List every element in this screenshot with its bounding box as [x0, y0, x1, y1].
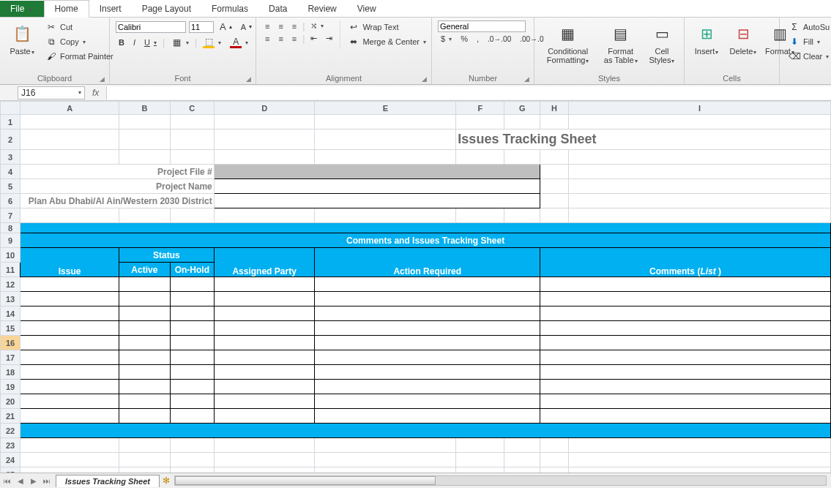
percent-button[interactable]: %: [458, 34, 471, 44]
cell[interactable]: [540, 453, 569, 467]
tab-review[interactable]: Review: [297, 1, 346, 17]
column-header[interactable]: D: [214, 102, 315, 115]
cell[interactable]: Comments (List ): [540, 248, 831, 277]
cell[interactable]: Project Name: [21, 179, 215, 194]
row-header[interactable]: 13: [1, 292, 21, 306]
column-header[interactable]: H: [540, 102, 569, 115]
row-header[interactable]: 5: [1, 179, 21, 194]
cell[interactable]: [214, 179, 540, 194]
cell[interactable]: [569, 179, 831, 194]
copy-button[interactable]: ⧉Copy▾: [42, 35, 116, 48]
align-top-button[interactable]: ≡: [262, 21, 272, 31]
cell[interactable]: [214, 394, 315, 409]
tab-nav-next[interactable]: ▶: [28, 475, 40, 486]
cell[interactable]: [214, 321, 315, 336]
cell[interactable]: [170, 409, 214, 424]
cell[interactable]: [21, 409, 119, 424]
cell[interactable]: [214, 165, 540, 179]
cell[interactable]: [170, 306, 214, 321]
cell[interactable]: [569, 115, 831, 129]
cell[interactable]: [456, 453, 504, 467]
cell[interactable]: [119, 394, 170, 409]
row-header[interactable]: 10: [1, 248, 21, 263]
align-right-button[interactable]: ≡: [289, 34, 299, 44]
cell[interactable]: [21, 394, 119, 409]
cell[interactable]: [119, 380, 170, 394]
tab-nav-prev[interactable]: ◀: [15, 475, 26, 486]
row-header[interactable]: 6: [1, 194, 21, 208]
cell[interactable]: [21, 438, 119, 453]
cell[interactable]: [456, 115, 504, 129]
cell[interactable]: [214, 115, 315, 129]
cell[interactable]: [315, 115, 456, 129]
cell[interactable]: [540, 277, 831, 292]
cell[interactable]: [119, 277, 170, 292]
cell[interactable]: [21, 129, 119, 150]
cell[interactable]: [315, 292, 540, 306]
tab-nav-first[interactable]: ⏮: [1, 475, 13, 486]
cell[interactable]: [569, 165, 831, 179]
cell[interactable]: [214, 150, 315, 165]
row-header[interactable]: 11: [1, 263, 21, 277]
row-header[interactable]: 3: [1, 150, 21, 165]
cell[interactable]: [315, 365, 540, 380]
cell[interactable]: [170, 321, 214, 336]
fill-color-button[interactable]: ⬚▾: [200, 36, 224, 49]
cell[interactable]: [540, 350, 831, 365]
cell[interactable]: [21, 292, 119, 306]
cell[interactable]: [21, 336, 119, 350]
cell[interactable]: Issue: [21, 248, 119, 277]
cell[interactable]: [540, 179, 569, 194]
row-header[interactable]: 2: [1, 129, 21, 150]
cell[interactable]: [315, 438, 456, 453]
horizontal-scrollbar[interactable]: [174, 475, 827, 486]
row-header[interactable]: 24: [1, 453, 21, 467]
cell[interactable]: [119, 365, 170, 380]
borders-button[interactable]: ▦▾: [168, 36, 192, 49]
cell[interactable]: [21, 208, 119, 223]
row-header[interactable]: 8: [1, 223, 21, 233]
cell[interactable]: [21, 380, 119, 394]
cell[interactable]: [504, 208, 540, 223]
cell[interactable]: [504, 150, 540, 165]
cell[interactable]: [456, 150, 504, 165]
orientation-button[interactable]: ⤭▾: [308, 20, 327, 31]
cell[interactable]: [214, 292, 315, 306]
align-center-button[interactable]: ≡: [275, 34, 286, 44]
tab-view[interactable]: View: [347, 1, 387, 17]
row-header[interactable]: 14: [1, 306, 21, 321]
sheet-tab-active[interactable]: Issues Tracking Sheet: [56, 475, 160, 487]
delete-cells-button[interactable]: ⊟Delete▾: [727, 20, 759, 58]
dialog-launcher-icon[interactable]: ◢: [524, 75, 529, 83]
cell[interactable]: Project File #: [21, 165, 215, 179]
row-header[interactable]: 21: [1, 409, 21, 424]
increase-indent-button[interactable]: ⇥: [323, 33, 335, 44]
cell[interactable]: Issues Tracking Sheet: [456, 129, 831, 150]
cell[interactable]: [315, 277, 540, 292]
cell[interactable]: [119, 321, 170, 336]
cell[interactable]: [170, 350, 214, 365]
align-middle-button[interactable]: ≡: [275, 21, 286, 31]
cell[interactable]: [119, 150, 170, 165]
cell[interactable]: [170, 208, 214, 223]
cell[interactable]: [119, 306, 170, 321]
cell[interactable]: [540, 336, 831, 350]
cell[interactable]: [119, 292, 170, 306]
cell[interactable]: [456, 438, 504, 453]
cell[interactable]: [569, 150, 831, 165]
cell[interactable]: [214, 453, 315, 467]
cell[interactable]: [569, 208, 831, 223]
cell[interactable]: [119, 409, 170, 424]
format-painter-button[interactable]: 🖌Format Painter: [42, 50, 116, 63]
cell[interactable]: [170, 115, 214, 129]
cell[interactable]: [170, 150, 214, 165]
cell[interactable]: Active: [119, 263, 170, 277]
bold-button[interactable]: B: [116, 37, 127, 48]
cell[interactable]: [315, 306, 540, 321]
cell[interactable]: [170, 438, 214, 453]
cell[interactable]: [214, 380, 315, 394]
cell[interactable]: [21, 115, 119, 129]
cell[interactable]: [21, 321, 119, 336]
dialog-launcher-icon[interactable]: ◢: [422, 75, 427, 83]
tab-data[interactable]: Data: [258, 1, 297, 17]
